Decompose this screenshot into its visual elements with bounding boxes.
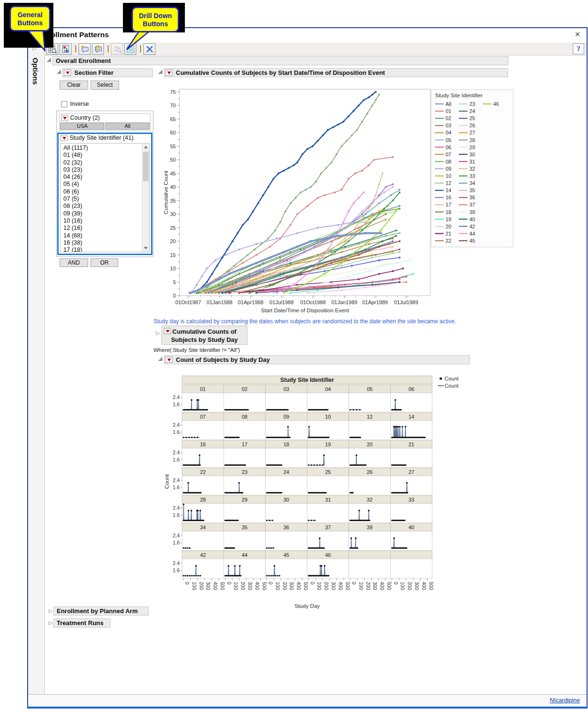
svg-text:14: 14 bbox=[446, 187, 451, 193]
svg-text:08: 08 bbox=[446, 159, 451, 164]
site-list-item[interactable]: 16 (38) bbox=[61, 239, 142, 247]
svg-text:26: 26 bbox=[469, 123, 475, 128]
svg-text:44: 44 bbox=[469, 231, 475, 236]
svg-text:500: 500 bbox=[428, 582, 434, 590]
svg-text:17: 17 bbox=[446, 202, 451, 207]
cumulative-by-day-line1: Cumulative Counts of bbox=[172, 328, 236, 335]
svg-text:23: 23 bbox=[242, 469, 247, 475]
country-usa-button[interactable]: USA bbox=[60, 123, 104, 130]
site-list-item[interactable]: 09 (39) bbox=[61, 210, 142, 217]
svg-text:05: 05 bbox=[367, 386, 373, 392]
svg-text:46: 46 bbox=[325, 552, 331, 558]
new-note-icon[interactable] bbox=[79, 43, 91, 55]
filter-menu-button[interactable] bbox=[64, 70, 71, 76]
svg-text:35: 35 bbox=[170, 198, 176, 204]
svg-text:Cumulative Count: Cumulative Count bbox=[163, 170, 169, 214]
svg-text:01: 01 bbox=[200, 386, 206, 392]
filter-disclosure-icon[interactable] bbox=[57, 70, 61, 74]
svg-text:34: 34 bbox=[200, 524, 206, 530]
help-button[interactable]: ? bbox=[573, 43, 584, 54]
save-graph-icon[interactable] bbox=[60, 43, 71, 55]
count-by-study-day-lattice[interactable]: Study Site Identifier0102030405061.62.40… bbox=[162, 372, 491, 609]
svg-text:31: 31 bbox=[469, 159, 475, 164]
title-bar: Enrollment Patterns × bbox=[28, 28, 587, 42]
planned-arm-disclosure-icon[interactable]: ▷ bbox=[49, 608, 52, 614]
scroll-down-icon[interactable] bbox=[142, 245, 149, 252]
options-label: Options bbox=[31, 58, 40, 85]
site-list-item[interactable]: 05 (4) bbox=[61, 181, 142, 188]
site-list-item[interactable]: 08 (23) bbox=[61, 203, 142, 210]
or-button[interactable]: OR bbox=[91, 258, 118, 267]
site-list-item[interactable]: 14 (68) bbox=[61, 232, 142, 239]
svg-text:2.4: 2.4 bbox=[172, 422, 180, 428]
svg-text:39: 39 bbox=[367, 524, 373, 530]
count-day-menu-button[interactable] bbox=[165, 357, 172, 363]
site-list-item[interactable]: All (1117) bbox=[61, 144, 142, 152]
svg-text:Start Date/Time of Disposition: Start Date/Time of Disposition Event bbox=[261, 308, 350, 313]
svg-text:200: 200 bbox=[240, 582, 246, 590]
count-day-disclosure-icon[interactable] bbox=[158, 357, 162, 361]
site-menu-button[interactable] bbox=[61, 135, 68, 141]
cumulative-day-menu-button[interactable] bbox=[164, 328, 171, 334]
svg-text:1.6: 1.6 bbox=[172, 512, 180, 518]
svg-text:23: 23 bbox=[469, 101, 475, 107]
site-list-item[interactable]: 07 (5) bbox=[61, 195, 142, 203]
svg-text:70: 70 bbox=[170, 103, 176, 108]
svg-text:2.4: 2.4 bbox=[172, 505, 180, 511]
svg-text:Study Site Identifier: Study Site Identifier bbox=[435, 92, 483, 98]
svg-text:200: 200 bbox=[324, 582, 329, 590]
svg-text:40: 40 bbox=[170, 184, 176, 190]
overall-disclosure-icon[interactable] bbox=[47, 58, 51, 62]
site-list-item[interactable]: 06 (6) bbox=[61, 188, 142, 195]
clear-button[interactable]: Clear bbox=[60, 81, 88, 90]
scrollbar-thumb[interactable] bbox=[143, 152, 149, 181]
site-list-item[interactable]: 10 (16) bbox=[61, 217, 142, 225]
inverse-label: Inverse bbox=[70, 101, 89, 107]
svg-text:All: All bbox=[446, 101, 451, 107]
svg-text:09: 09 bbox=[446, 166, 451, 172]
site-list-item[interactable]: 17 (18) bbox=[61, 247, 142, 252]
and-button[interactable]: AND bbox=[60, 258, 88, 267]
svg-text:12: 12 bbox=[367, 414, 373, 420]
site-list-item[interactable]: 02 (32) bbox=[61, 159, 142, 166]
scroll-up-icon[interactable] bbox=[142, 144, 149, 151]
section-header-cumulative-by-date[interactable]: Cumulative Counts of Subjects by Start D… bbox=[164, 68, 508, 77]
cumulative-date-disclosure-icon[interactable] bbox=[158, 70, 162, 74]
svg-text:42: 42 bbox=[200, 552, 206, 558]
section-header-treatment-runs[interactable]: Treatment Runs bbox=[53, 618, 111, 627]
site-list-item[interactable]: 04 (26) bbox=[61, 174, 142, 181]
section-header-planned-arm[interactable]: Enrollment by Planned Arm bbox=[53, 606, 149, 616]
site-list-item[interactable]: 01 (48) bbox=[61, 152, 142, 159]
cumulative-date-menu-button[interactable] bbox=[165, 70, 172, 76]
select-button[interactable]: Select bbox=[91, 81, 119, 90]
close-icon[interactable]: × bbox=[572, 29, 583, 40]
site-list-scrollbar[interactable] bbox=[142, 144, 149, 252]
inverse-checkbox[interactable] bbox=[61, 101, 67, 107]
svg-text:18: 18 bbox=[284, 442, 289, 447]
study-link[interactable]: NIcardipine bbox=[550, 697, 580, 704]
svg-text:01Jan1989: 01Jan1989 bbox=[331, 299, 357, 305]
svg-text:400: 400 bbox=[338, 582, 344, 590]
svg-text:01Apr1989: 01Apr1989 bbox=[362, 299, 388, 305]
section-header-overall-enrollment[interactable]: Overall Enrollment bbox=[52, 56, 508, 65]
section-header-count-by-day[interactable]: Count of Subjects by Study Day bbox=[164, 355, 470, 364]
country-menu-button[interactable] bbox=[61, 115, 68, 121]
svg-text:16: 16 bbox=[446, 195, 451, 200]
site-list-item[interactable]: 03 (23) bbox=[61, 166, 142, 174]
svg-text:35: 35 bbox=[242, 524, 247, 530]
cumulative-enrollment-chart[interactable]: 05101520253035404550556065707501Oct19870… bbox=[162, 86, 543, 316]
svg-text:08: 08 bbox=[242, 414, 247, 420]
site-list[interactable]: All (1117)01 (48)02 (32)03 (23)04 (26)05… bbox=[60, 143, 150, 252]
treatment-runs-disclosure-icon[interactable]: ▷ bbox=[49, 620, 52, 626]
section-header-filter[interactable]: Section Filter bbox=[62, 68, 153, 77]
svg-text:17: 17 bbox=[242, 442, 247, 447]
country-all-button[interactable]: All bbox=[105, 123, 150, 130]
cumulative-day-disclosure-icon[interactable]: ▷ bbox=[156, 330, 160, 336]
enrollment-patterns-window: Enrollment Patterns × ▷ Options ? bbox=[27, 27, 588, 709]
svg-text:60: 60 bbox=[170, 130, 176, 135]
site-list-item[interactable]: 12 (16) bbox=[61, 225, 142, 232]
svg-text:100: 100 bbox=[316, 582, 322, 590]
toolbar-separator bbox=[75, 45, 76, 52]
section-header-cumulative-by-day[interactable]: Cumulative Counts of Subjects by Study D… bbox=[162, 326, 247, 345]
view-notes-icon[interactable] bbox=[92, 43, 104, 55]
